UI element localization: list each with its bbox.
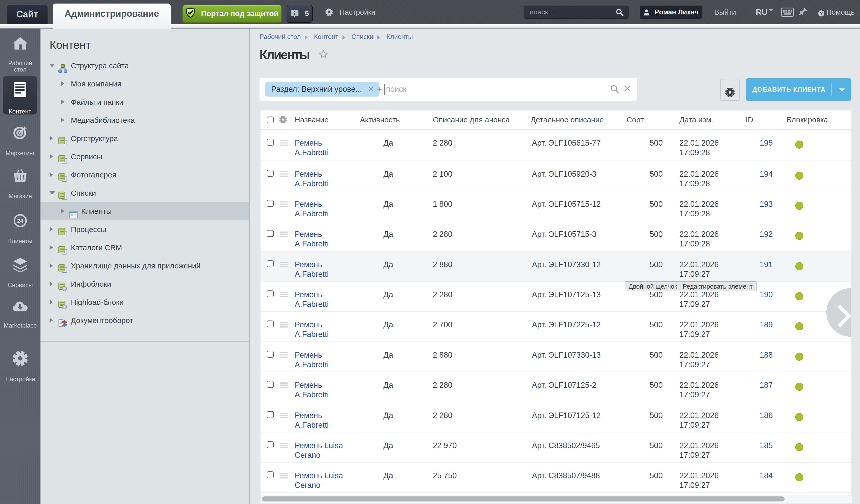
svg-text:24: 24 xyxy=(17,218,24,224)
